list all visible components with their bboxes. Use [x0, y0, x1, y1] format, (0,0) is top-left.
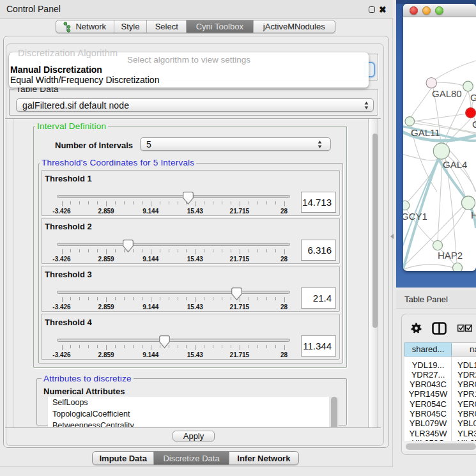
- svg-text:GAL4: GAL4: [443, 159, 467, 170]
- svg-text:GAL80: GAL80: [432, 88, 462, 99]
- svg-text:H: H: [471, 210, 476, 220]
- svg-text:GAL11: GAL11: [411, 127, 440, 138]
- svg-text:HAP2: HAP2: [438, 250, 463, 261]
- svg-text:C: C: [472, 119, 476, 130]
- svg-text:GA: GA: [470, 92, 476, 103]
- svg-text:GCY1: GCY1: [403, 211, 427, 222]
